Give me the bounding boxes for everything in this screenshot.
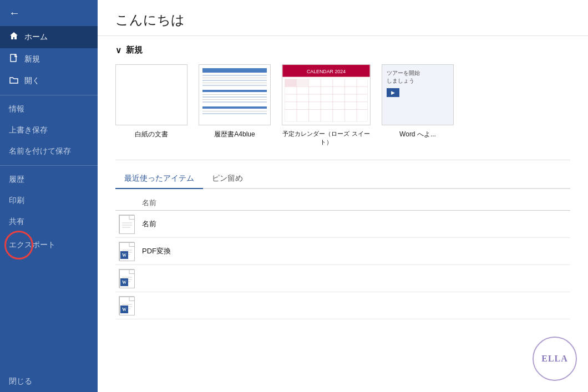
back-icon: ←	[9, 7, 20, 19]
new-section-header[interactable]: ∨ 新規	[115, 45, 570, 55]
template-tour-thumb: ツアーを開始しましょう ▶	[382, 64, 454, 125]
templates-row: 白紙の文書	[115, 64, 570, 146]
sidebar-item-print-label: 印刷	[9, 196, 24, 205]
sidebar-item-info-label: 情報	[9, 104, 24, 113]
svg-rect-15	[297, 79, 309, 87]
file-name-col-2: PDF変換	[142, 246, 568, 256]
watermark-text: ELLA	[541, 354, 568, 364]
sidebar-item-overwrite[interactable]: 上書き保存	[0, 120, 98, 141]
sidebar-item-saveas-label: 名前を付けて保存	[9, 146, 71, 155]
template-blank-label: 白紙の文書	[135, 130, 168, 139]
tour-text: ツアーを開始しましょう	[387, 69, 420, 85]
page-title: こんにちは	[115, 11, 570, 29]
open-folder-icon	[9, 76, 19, 86]
template-calendar[interactable]: CALENDAR 2024	[282, 64, 371, 146]
file-item-3[interactable]: W	[115, 265, 570, 292]
template-blank[interactable]: 白紙の文書	[115, 64, 187, 146]
tab-pinned[interactable]: ピン留め	[203, 169, 252, 189]
tab-pinned-label: ピン留め	[212, 174, 243, 182]
sidebar-item-new[interactable]: 新規	[0, 48, 98, 70]
sidebar: ← ホーム 新規 開く 情報 上書き保存 名前を付けて保存 履歴	[0, 0, 98, 392]
template-resume-label: 履歴書A4blue	[214, 130, 255, 139]
back-button[interactable]: ←	[0, 0, 98, 26]
sidebar-item-saveas[interactable]: 名前を付けて保存	[0, 141, 98, 162]
file-name-3	[142, 273, 568, 283]
tab-recent-label: 最近使ったアイテム	[124, 174, 194, 182]
sidebar-item-share-label: 共有	[9, 217, 24, 226]
file-name-2: PDF変換	[142, 246, 568, 256]
word-badge-4: W	[120, 306, 128, 313]
word-badge-2: W	[120, 251, 128, 259]
word-badge-3: W	[120, 278, 128, 286]
main-body: ∨ 新規 白紙の文書	[98, 36, 588, 392]
template-tour-label: Word へよ...	[399, 130, 436, 139]
sidebar-item-overwrite-label: 上書き保存	[9, 125, 48, 134]
tour-button-label: ▶	[391, 90, 395, 95]
file-icon-4: W	[118, 296, 135, 315]
file-icon-1	[118, 214, 135, 234]
word-icon-4: W	[119, 296, 134, 315]
file-name-col-1: 名前	[142, 219, 568, 229]
file-item-1[interactable]: 名前	[115, 211, 570, 238]
files-list-header: 名前	[115, 196, 570, 211]
resume-visual	[199, 65, 270, 125]
sidebar-divider-2	[0, 165, 98, 166]
sidebar-item-info[interactable]: 情報	[0, 99, 98, 120]
file-item-2[interactable]: W PDF変換	[115, 238, 570, 265]
sidebar-item-open[interactable]: 開く	[0, 70, 98, 91]
word-icon-3: W	[119, 269, 134, 288]
sidebar-item-home[interactable]: ホーム	[0, 26, 98, 48]
template-resume[interactable]: 履歴書A4blue	[199, 64, 271, 146]
calendar-visual: CALENDAR 2024	[282, 65, 370, 125]
new-doc-icon	[9, 54, 19, 65]
sidebar-item-share[interactable]: 共有	[0, 211, 98, 232]
sidebar-item-close[interactable]: 閉じる	[0, 371, 98, 392]
doc-icon-1	[119, 215, 134, 233]
main-header: こんにちは	[98, 0, 588, 36]
sidebar-item-print[interactable]: 印刷	[0, 190, 98, 211]
main-content: こんにちは ∨ 新規 白紙の文書	[98, 0, 588, 392]
sidebar-item-new-label: 新規	[24, 54, 40, 64]
file-item-4[interactable]: W	[115, 292, 570, 319]
sidebar-item-home-label: ホーム	[24, 32, 48, 42]
home-icon	[9, 32, 19, 43]
template-tour[interactable]: ツアーを開始しましょう ▶ Word へよ...	[382, 64, 454, 146]
svg-text:CALENDAR 2024: CALENDAR 2024	[307, 69, 346, 74]
svg-rect-16	[120, 216, 135, 234]
sidebar-item-close-label: 閉じる	[9, 376, 32, 385]
tab-recent[interactable]: 最近使ったアイテム	[115, 169, 203, 189]
blank-doc-visual	[116, 65, 187, 125]
sidebar-item-history-label: 履歴	[9, 175, 24, 184]
svg-rect-14	[285, 79, 297, 87]
file-icon-2: W	[118, 241, 135, 261]
new-section-chevron: ∨	[115, 45, 121, 55]
template-resume-thumb	[199, 64, 271, 125]
file-name-1: 名前	[142, 219, 568, 229]
sidebar-item-open-label: 開く	[24, 76, 40, 86]
file-name-col-3	[142, 273, 568, 283]
sidebar-item-history[interactable]: 履歴	[0, 169, 98, 190]
file-name-col-4	[142, 301, 568, 310]
files-list: 名前 W	[115, 211, 570, 319]
ella-watermark: ELLA	[533, 337, 577, 381]
tour-button[interactable]: ▶	[387, 88, 399, 97]
template-calendar-thumb: CALENDAR 2024	[282, 64, 371, 125]
template-calendar-label: 予定カレンダー（ローズ スイート）	[282, 130, 371, 146]
section-divider	[115, 160, 570, 160]
sidebar-item-export-label: エクスポート	[9, 240, 55, 249]
files-header-name: 名前	[118, 198, 568, 208]
sidebar-divider-1	[0, 95, 98, 95]
template-blank-thumb	[115, 64, 187, 125]
file-name-4	[142, 301, 568, 310]
word-icon-2: W	[119, 242, 134, 261]
file-icon-3: W	[118, 268, 135, 288]
sidebar-item-export[interactable]: エクスポート	[0, 232, 98, 258]
new-section-label: 新規	[126, 45, 143, 55]
tabs-row: 最近使ったアイテム ピン留め	[115, 169, 570, 189]
